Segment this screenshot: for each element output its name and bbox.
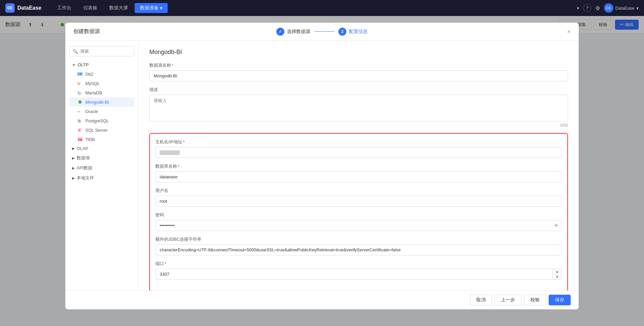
- user-info[interactable]: DE DataEase ▾: [604, 3, 639, 13]
- top-nav: DE DataEase 工作台 仪表板 数据大屏 数据准备 ▾ ▾ ? ⚙ DE…: [0, 0, 644, 16]
- nav-right: ▾ ? ⚙ DE DataEase ▾: [577, 3, 639, 13]
- step-2: 2 配置信息: [338, 28, 368, 34]
- help-icon[interactable]: ?: [583, 4, 591, 12]
- dialog-steps: ✓ 选择数据源 2 配置信息: [276, 28, 368, 34]
- logo-text: DataEase: [17, 5, 41, 11]
- dialog-header: 创建数据源 ✓ 选择数据源 2 配置信息 ×: [65, 23, 579, 33]
- step-line: [314, 31, 334, 32]
- nav-item-workbench[interactable]: 工作台: [52, 3, 77, 13]
- nav-items: 工作台 仪表板 数据大屏 数据准备 ▾: [52, 3, 577, 13]
- step-1: ✓ 选择数据源: [276, 28, 310, 34]
- nav-item-dashboard[interactable]: 仪表板: [78, 3, 103, 13]
- nav-dropdown-icon: ▾: [160, 5, 162, 11]
- create-datasource-dialog: 创建数据源 ✓ 选择数据源 2 配置信息 × 🔍: [65, 23, 579, 33]
- username: DataEase: [615, 6, 634, 11]
- nav-item-screen[interactable]: 数据大屏: [104, 3, 133, 13]
- user-dropdown-icon: ▾: [636, 6, 639, 11]
- nav-item-data-prep[interactable]: 数据准备 ▾: [135, 3, 168, 13]
- step1-circle: ✓: [276, 28, 284, 34]
- dialog-title: 创建数据源: [73, 28, 100, 33]
- step2-label: 配置信息: [349, 29, 368, 34]
- nav-dropdown-btn[interactable]: ▾: [577, 6, 579, 11]
- avatar: DE: [604, 3, 613, 13]
- step1-label: 选择数据源: [287, 29, 310, 34]
- dialog-overlay: 创建数据源 ✓ 选择数据源 2 配置信息 × 🔍: [0, 16, 644, 33]
- logo[interactable]: DE DataEase: [5, 3, 41, 13]
- settings-icon[interactable]: ⚙: [595, 5, 600, 11]
- dialog-close-btn[interactable]: ×: [567, 29, 571, 34]
- logo-icon: DE: [5, 3, 15, 13]
- step2-circle: 2: [338, 28, 346, 34]
